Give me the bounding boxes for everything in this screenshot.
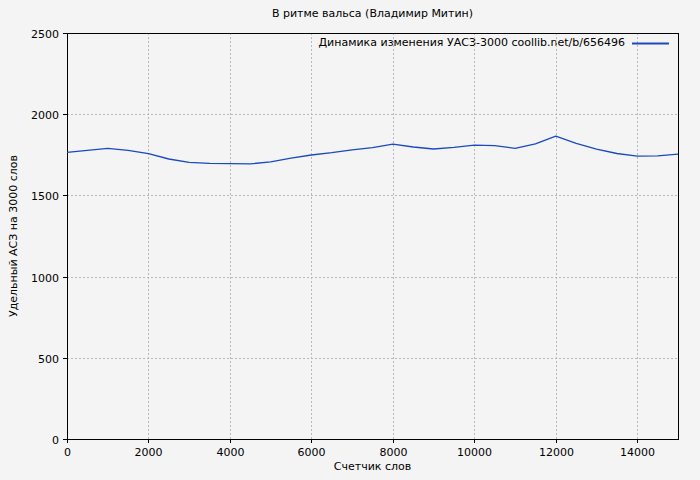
x-tick-label: 2000 <box>135 446 163 459</box>
y-tick-label: 0 <box>52 434 59 447</box>
x-tick-label: 4000 <box>217 446 245 459</box>
x-tick-label: 8000 <box>380 446 408 459</box>
plot-area: 0200040006000800010000120001400005001000… <box>0 0 700 480</box>
chart-canvas: В ритме вальса (Владимир Митин) Динамика… <box>0 0 700 480</box>
y-tick-label: 500 <box>38 353 59 366</box>
y-axis-label: Удельный АСЗ на 3000 слов <box>7 155 20 317</box>
y-tick-label: 1000 <box>31 272 59 285</box>
x-axis-label: Счетчик слов <box>67 460 678 473</box>
y-tick-label: 1500 <box>31 190 59 203</box>
x-tick-label: 14000 <box>620 446 655 459</box>
y-tick-label: 2500 <box>31 28 59 41</box>
x-tick-label: 0 <box>64 446 71 459</box>
x-tick-label: 6000 <box>298 446 326 459</box>
x-tick-label: 10000 <box>457 446 492 459</box>
y-tick-label: 2000 <box>31 109 59 122</box>
series-line <box>67 136 678 164</box>
x-tick-label: 12000 <box>539 446 574 459</box>
plot-border <box>68 34 679 440</box>
